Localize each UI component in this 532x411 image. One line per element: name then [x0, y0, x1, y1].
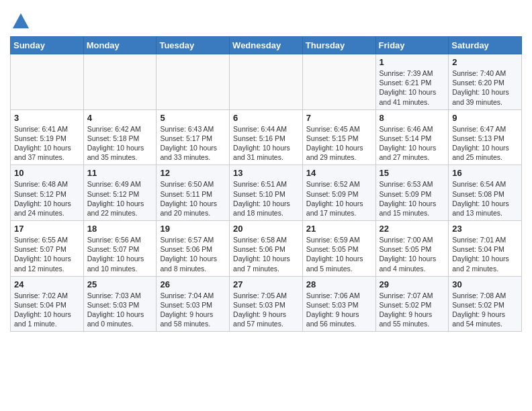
day-info: Sunrise: 7:07 AM Sunset: 5:02 PM Dayligh…: [380, 291, 445, 329]
day-info: Sunrise: 7:06 AM Sunset: 5:03 PM Dayligh…: [306, 291, 372, 329]
day-info: Sunrise: 6:51 AM Sunset: 5:10 PM Dayligh…: [233, 179, 299, 218]
calendar-cell: 16Sunrise: 6:54 AM Sunset: 5:08 PM Dayli…: [449, 165, 522, 221]
calendar-cell: 2Sunrise: 7:40 AM Sunset: 6:20 PM Daylig…: [449, 54, 522, 110]
weekday-thursday: Thursday: [302, 37, 375, 54]
svg-marker-0: [13, 13, 29, 28]
day-info: Sunrise: 7:00 AM Sunset: 5:05 PM Dayligh…: [380, 235, 445, 273]
day-number: 7: [306, 113, 372, 123]
day-info: Sunrise: 7:39 AM Sunset: 6:21 PM Dayligh…: [380, 68, 445, 107]
day-info: Sunrise: 6:55 AM Sunset: 5:07 PM Dayligh…: [14, 235, 80, 273]
day-info: Sunrise: 7:40 AM Sunset: 6:20 PM Dayligh…: [452, 68, 518, 107]
day-info: Sunrise: 6:43 AM Sunset: 5:17 PM Dayligh…: [160, 124, 226, 163]
weekday-monday: Monday: [83, 37, 157, 54]
calendar-cell: 7Sunrise: 6:45 AM Sunset: 5:15 PM Daylig…: [302, 109, 375, 165]
weekday-friday: Friday: [375, 37, 449, 54]
day-number: 26: [160, 279, 226, 289]
calendar-cell: 9Sunrise: 6:47 AM Sunset: 5:13 PM Daylig…: [449, 109, 522, 165]
weekday-tuesday: Tuesday: [157, 37, 230, 54]
week-row-5: 24Sunrise: 7:02 AM Sunset: 5:04 PM Dayli…: [11, 276, 522, 332]
day-info: Sunrise: 6:41 AM Sunset: 5:19 PM Dayligh…: [14, 124, 80, 163]
day-info: Sunrise: 7:01 AM Sunset: 5:04 PM Dayligh…: [452, 235, 518, 273]
calendar-cell: 13Sunrise: 6:51 AM Sunset: 5:10 PM Dayli…: [230, 165, 303, 221]
day-info: Sunrise: 6:46 AM Sunset: 5:14 PM Dayligh…: [380, 124, 445, 163]
day-number: 27: [233, 279, 299, 289]
day-number: 16: [452, 168, 518, 178]
weekday-header: SundayMondayTuesdayWednesdayThursdayFrid…: [11, 37, 522, 54]
day-number: 25: [87, 279, 153, 289]
day-info: Sunrise: 7:04 AM Sunset: 5:03 PM Dayligh…: [160, 291, 226, 329]
calendar-cell: 30Sunrise: 7:08 AM Sunset: 5:02 PM Dayli…: [449, 276, 522, 332]
day-info: Sunrise: 6:42 AM Sunset: 5:18 PM Dayligh…: [87, 124, 153, 163]
calendar-cell: 22Sunrise: 7:00 AM Sunset: 5:05 PM Dayli…: [375, 221, 449, 277]
calendar-cell: 3Sunrise: 6:41 AM Sunset: 5:19 PM Daylig…: [11, 109, 84, 165]
day-info: Sunrise: 6:57 AM Sunset: 5:06 PM Dayligh…: [160, 235, 226, 273]
calendar-cell: 17Sunrise: 6:55 AM Sunset: 5:07 PM Dayli…: [11, 221, 84, 277]
calendar-cell: 19Sunrise: 6:57 AM Sunset: 5:06 PM Dayli…: [157, 221, 230, 277]
calendar-cell: 28Sunrise: 7:06 AM Sunset: 5:03 PM Dayli…: [302, 276, 375, 332]
day-number: 13: [233, 168, 299, 178]
calendar-cell: 15Sunrise: 6:53 AM Sunset: 5:09 PM Dayli…: [375, 165, 449, 221]
calendar-cell: 24Sunrise: 7:02 AM Sunset: 5:04 PM Dayli…: [11, 276, 84, 332]
calendar-cell: 23Sunrise: 7:01 AM Sunset: 5:04 PM Dayli…: [449, 221, 522, 277]
weekday-wednesday: Wednesday: [230, 37, 303, 54]
day-info: Sunrise: 6:58 AM Sunset: 5:06 PM Dayligh…: [233, 235, 299, 273]
day-info: Sunrise: 6:47 AM Sunset: 5:13 PM Dayligh…: [452, 124, 518, 163]
calendar-cell: 26Sunrise: 7:04 AM Sunset: 5:03 PM Dayli…: [157, 276, 230, 332]
calendar-cell: 25Sunrise: 7:03 AM Sunset: 5:03 PM Dayli…: [83, 276, 157, 332]
day-number: 5: [160, 113, 226, 123]
day-number: 9: [452, 113, 518, 123]
calendar-cell: 12Sunrise: 6:50 AM Sunset: 5:11 PM Dayli…: [157, 165, 230, 221]
day-number: 11: [87, 168, 153, 178]
day-info: Sunrise: 6:45 AM Sunset: 5:15 PM Dayligh…: [306, 124, 372, 163]
logo-icon: [11, 12, 30, 31]
calendar-cell: 10Sunrise: 6:48 AM Sunset: 5:12 PM Dayli…: [11, 165, 84, 221]
calendar-cell: [230, 54, 303, 110]
calendar-cell: [11, 54, 84, 110]
day-number: 20: [233, 224, 299, 234]
calendar-cell: [157, 54, 230, 110]
day-number: 14: [306, 168, 372, 178]
day-number: 30: [452, 279, 518, 289]
weekday-sunday: Sunday: [11, 37, 84, 54]
day-number: 15: [380, 168, 445, 178]
calendar-cell: [83, 54, 157, 110]
day-info: Sunrise: 7:02 AM Sunset: 5:04 PM Dayligh…: [14, 291, 80, 329]
day-number: 2: [452, 57, 518, 67]
page-header: [10, 7, 522, 31]
calendar-cell: 14Sunrise: 6:52 AM Sunset: 5:09 PM Dayli…: [302, 165, 375, 221]
weekday-saturday: Saturday: [449, 37, 522, 54]
calendar-cell: 8Sunrise: 6:46 AM Sunset: 5:14 PM Daylig…: [375, 109, 449, 165]
calendar-cell: 5Sunrise: 6:43 AM Sunset: 5:17 PM Daylig…: [157, 109, 230, 165]
day-info: Sunrise: 6:59 AM Sunset: 5:05 PM Dayligh…: [306, 235, 372, 273]
day-info: Sunrise: 7:08 AM Sunset: 5:02 PM Dayligh…: [452, 291, 518, 329]
calendar-table: SundayMondayTuesdayWednesdayThursdayFrid…: [10, 36, 522, 332]
week-row-4: 17Sunrise: 6:55 AM Sunset: 5:07 PM Dayli…: [11, 221, 522, 277]
calendar-cell: 11Sunrise: 6:49 AM Sunset: 5:12 PM Dayli…: [83, 165, 157, 221]
day-info: Sunrise: 6:56 AM Sunset: 5:07 PM Dayligh…: [87, 235, 153, 273]
calendar-cell: 29Sunrise: 7:07 AM Sunset: 5:02 PM Dayli…: [375, 276, 449, 332]
calendar-cell: 20Sunrise: 6:58 AM Sunset: 5:06 PM Dayli…: [230, 221, 303, 277]
day-number: 23: [452, 224, 518, 234]
logo: [10, 12, 30, 31]
day-number: 12: [160, 168, 226, 178]
day-number: 29: [380, 279, 445, 289]
week-row-1: 1Sunrise: 7:39 AM Sunset: 6:21 PM Daylig…: [11, 54, 522, 110]
week-row-3: 10Sunrise: 6:48 AM Sunset: 5:12 PM Dayli…: [11, 165, 522, 221]
day-number: 3: [14, 113, 80, 123]
day-number: 24: [14, 279, 80, 289]
day-number: 22: [380, 224, 445, 234]
calendar-body: 1Sunrise: 7:39 AM Sunset: 6:21 PM Daylig…: [11, 54, 522, 332]
week-row-2: 3Sunrise: 6:41 AM Sunset: 5:19 PM Daylig…: [11, 109, 522, 165]
calendar-cell: 6Sunrise: 6:44 AM Sunset: 5:16 PM Daylig…: [230, 109, 303, 165]
calendar-cell: [302, 54, 375, 110]
calendar-cell: 21Sunrise: 6:59 AM Sunset: 5:05 PM Dayli…: [302, 221, 375, 277]
calendar-cell: 27Sunrise: 7:05 AM Sunset: 5:03 PM Dayli…: [230, 276, 303, 332]
day-info: Sunrise: 6:44 AM Sunset: 5:16 PM Dayligh…: [233, 124, 299, 163]
day-number: 19: [160, 224, 226, 234]
calendar-cell: 4Sunrise: 6:42 AM Sunset: 5:18 PM Daylig…: [83, 109, 157, 165]
day-number: 1: [380, 57, 445, 67]
logo-text: [10, 12, 30, 31]
day-number: 4: [87, 113, 153, 123]
day-number: 21: [306, 224, 372, 234]
day-number: 10: [14, 168, 80, 178]
